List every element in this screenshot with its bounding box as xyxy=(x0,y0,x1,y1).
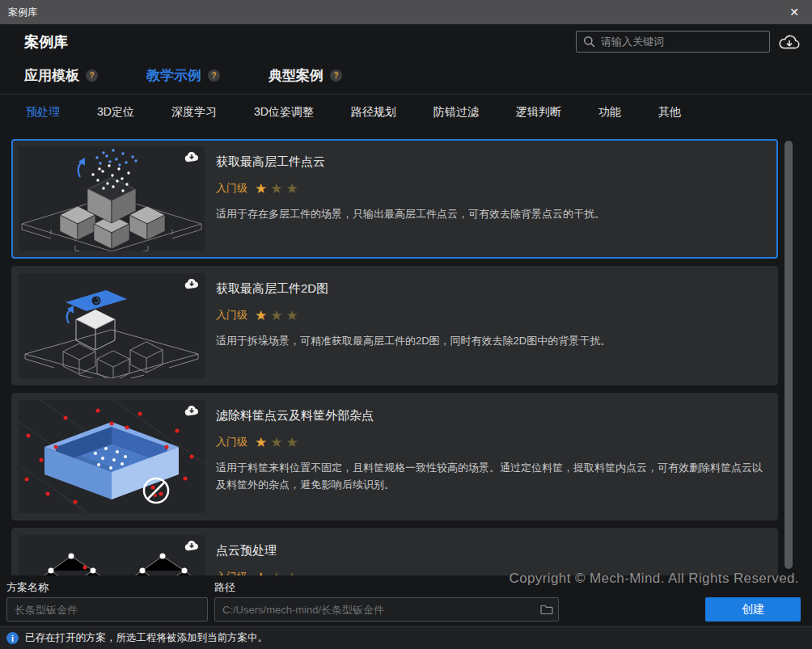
difficulty-level: 入门级 xyxy=(216,435,247,449)
copyright-text: Copyright © Mech-Mind. All Rights Reserv… xyxy=(509,571,799,587)
point-cloud-mesh-illustration xyxy=(19,535,205,575)
search-box[interactable] xyxy=(576,31,770,53)
help-icon[interactable]: ? xyxy=(330,70,342,82)
path-input[interactable] xyxy=(215,604,535,616)
card-title: 获取最高层工件点云 xyxy=(216,154,768,170)
case-card-highest-layer-point-cloud[interactable]: 获取最高层工件点云 入门级 ★★★ 适用于存在多层工件的场景，只输出最高层工件点… xyxy=(11,139,778,259)
card-rating: 入门级 ★★★ xyxy=(216,181,768,196)
star-icon: ★ xyxy=(255,309,267,322)
star-icon: ★ xyxy=(270,309,282,322)
subtab-3d-pose-adjustment[interactable]: 3D位姿调整 xyxy=(254,105,314,120)
case-card-bin-filter[interactable]: 滤除料筐点云及料筐外部杂点 入门级 ★★★ 适用于料筐来料位置不固定，且料筐规格… xyxy=(11,393,778,520)
case-card-highest-layer-2d-image[interactable]: 获取最高层工件2D图 入门级 ★★★ 适用于拆垛场景，可精准获取最高层工件的2D… xyxy=(11,266,778,386)
card-body: 获取最高层工件2D图 入门级 ★★★ 适用于拆垛场景，可精准获取最高层工件的2D… xyxy=(205,273,771,378)
bin-point-cloud-filter-illustration xyxy=(19,400,205,513)
main-tabs: 应用模板 ? 教学示例 ? 典型案例 ? xyxy=(24,66,342,85)
difficulty-level: 入门级 xyxy=(216,181,247,196)
window-titlebar: 案例库 ✕ xyxy=(0,0,812,24)
star-icon: ★ xyxy=(255,182,267,196)
subtab-others[interactable]: 其他 xyxy=(658,105,681,120)
download-cloud-icon[interactable] xyxy=(184,151,199,166)
subtab-path-planning[interactable]: 路径规划 xyxy=(351,105,396,120)
search-input[interactable] xyxy=(601,36,763,48)
star-icon: ★ xyxy=(270,436,282,449)
tab-typical-cases[interactable]: 典型案例 ? xyxy=(269,66,342,85)
card-description: 适用于存在多层工件的场景，只输出最高层工件点云，可有效去除背景点云的干扰。 xyxy=(216,206,768,223)
help-icon[interactable]: ? xyxy=(208,70,220,82)
card-title: 滤除料筐点云及料筐外部杂点 xyxy=(216,408,768,424)
card-body: 滤除料筐点云及料筐外部杂点 入门级 ★★★ 适用于料筐来料位置不固定，且料筐规格… xyxy=(205,400,771,513)
card-rating: 入门级 ★★★ xyxy=(216,308,768,322)
card-body: 点云预处理 入门级 ★★★ xyxy=(205,535,771,575)
subtab-preprocessing[interactable]: 预处理 xyxy=(26,105,60,120)
cloud-download-button[interactable] xyxy=(776,31,802,53)
folder-icon xyxy=(540,604,553,615)
info-bar: i 已存在打开的方案，所选工程将被添加到当前方案中。 xyxy=(0,626,812,649)
pallet-boxes-2d-image-illustration xyxy=(19,273,205,378)
scheme-name-input[interactable] xyxy=(7,604,207,616)
cloud-download-icon xyxy=(778,32,801,52)
scrollbar-thumb[interactable] xyxy=(785,141,793,569)
subtab-logic-judgment[interactable]: 逻辑判断 xyxy=(516,105,561,120)
help-icon[interactable]: ? xyxy=(86,70,98,82)
card-description: 适用于拆垛场景，可精准获取最高层工件的2D图，同时有效去除2D图中的背景干扰。 xyxy=(216,333,768,350)
card-thumbnail xyxy=(19,146,205,251)
star-icon: ★ xyxy=(255,571,267,576)
card-rating: 入门级 ★★★ xyxy=(216,435,768,449)
info-message: 已存在打开的方案，所选工程将被添加到当前方案中。 xyxy=(25,631,268,645)
scheme-name-field xyxy=(6,597,208,622)
star-icon: ★ xyxy=(286,436,298,449)
search-icon xyxy=(583,36,595,48)
star-icon: ★ xyxy=(255,436,267,449)
download-cloud-icon[interactable] xyxy=(184,405,199,420)
star-rating: ★★★ xyxy=(255,571,298,576)
browse-folder-button[interactable] xyxy=(535,598,558,621)
case-card-point-cloud-preprocessing[interactable]: 点云预处理 入门级 ★★★ xyxy=(11,528,778,575)
pallet-boxes-point-cloud-illustration xyxy=(19,146,205,251)
download-cloud-icon[interactable] xyxy=(184,278,199,293)
create-button[interactable]: 创建 xyxy=(705,597,801,622)
star-rating: ★★★ xyxy=(255,436,298,449)
card-thumbnail xyxy=(19,535,205,575)
card-title: 获取最高层工件2D图 xyxy=(216,281,768,297)
tab-application-templates[interactable]: 应用模板 ? xyxy=(24,66,98,85)
path-label: 路径 xyxy=(214,580,235,595)
card-thumbnail xyxy=(19,400,205,513)
case-card-list: 获取最高层工件点云 入门级 ★★★ 适用于存在多层工件的场景，只输出最高层工件点… xyxy=(11,139,778,575)
path-field xyxy=(214,597,559,622)
star-icon: ★ xyxy=(286,182,298,196)
download-cloud-icon[interactable] xyxy=(184,540,199,555)
category-tabs: 预处理 3D定位 深度学习 3D位姿调整 路径规划 防错过滤 逻辑判断 功能 其… xyxy=(0,94,812,129)
star-rating: ★★★ xyxy=(255,309,298,322)
close-icon[interactable]: ✕ xyxy=(776,0,812,24)
card-title: 点云预处理 xyxy=(216,543,768,558)
subtab-deep-learning[interactable]: 深度学习 xyxy=(171,105,217,120)
vertical-scrollbar xyxy=(785,139,793,574)
info-icon: i xyxy=(6,632,19,644)
subtab-error-filtering[interactable]: 防错过滤 xyxy=(433,105,479,120)
card-description: 适用于料筐来料位置不固定，且料筐规格一致性较高的场景。通过定位料筐，提取料筐内点… xyxy=(216,460,768,494)
page-title: 案例库 xyxy=(24,32,68,52)
difficulty-level: 入门级 xyxy=(216,308,247,322)
tab-tutorial-examples[interactable]: 教学示例 ? xyxy=(146,66,220,85)
star-icon: ★ xyxy=(286,571,298,576)
subtab-functions[interactable]: 功能 xyxy=(598,105,621,120)
star-icon: ★ xyxy=(270,571,282,576)
scheme-name-label: 方案名称 xyxy=(6,580,49,595)
star-icon: ★ xyxy=(270,182,282,196)
star-rating: ★★★ xyxy=(255,182,298,196)
difficulty-level: 入门级 xyxy=(216,570,247,575)
window-title: 案例库 xyxy=(8,0,37,24)
card-thumbnail xyxy=(19,273,205,378)
subtab-3d-locating[interactable]: 3D定位 xyxy=(97,105,134,120)
card-body: 获取最高层工件点云 入门级 ★★★ 适用于存在多层工件的场景，只输出最高层工件点… xyxy=(205,146,771,251)
star-icon: ★ xyxy=(286,309,298,322)
